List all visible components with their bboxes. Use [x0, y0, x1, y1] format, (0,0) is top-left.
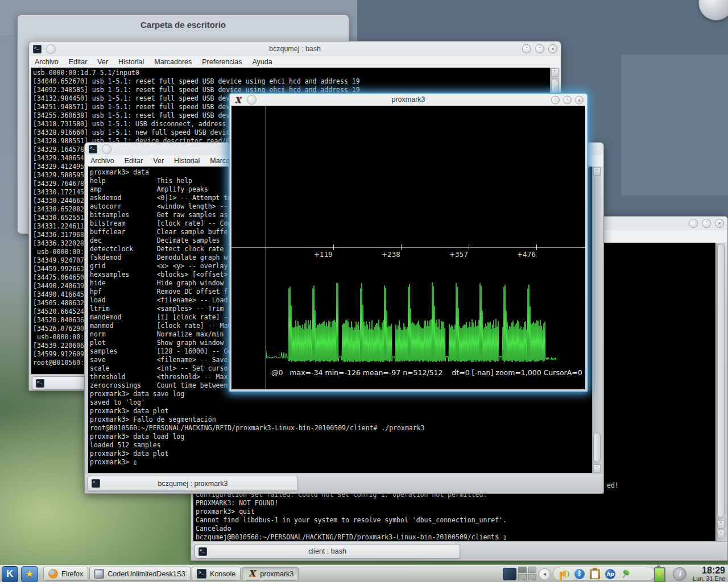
terminal-line-fragment: ed! — [607, 481, 619, 490]
x11-icon: X — [247, 569, 257, 579]
clock[interactable]: 18:29 Lun, 31 Ene — [693, 566, 725, 582]
scrollbar[interactable]: ˆ ˇ — [592, 167, 601, 473]
bluetooth-icon[interactable]: ᛒ — [574, 569, 585, 579]
monitor-icon — [94, 569, 104, 579]
battery-icon[interactable] — [654, 567, 665, 582]
taskbar-task-coderunlimiteddesk1s3[interactable]: CoderUnlimitedDesk1S3 — [89, 567, 191, 581]
menu-item-editar[interactable]: Editar — [64, 57, 93, 67]
hp-icon[interactable]: hp — [605, 569, 615, 579]
scroll-up-icon[interactable]: ˆ — [717, 520, 725, 529]
wallpaper-rect — [621, 55, 728, 196]
maximize-button[interactable]: ˆ — [563, 95, 572, 104]
scroll-down-icon[interactable]: ˇ — [593, 464, 601, 473]
signal-plot[interactable]: +119+238+357+476 @0 max=-34 min=-126 mea… — [231, 106, 585, 389]
taskbar-task-firefox[interactable]: Firefox — [43, 567, 88, 581]
terminal-line: [34040.652670] usb 1-5.1: reset full spe… — [33, 77, 550, 86]
taskbar-task-konsole[interactable]: Konsole — [192, 567, 241, 581]
konsole-icon — [36, 379, 44, 388]
scrollbar-thumb[interactable] — [593, 433, 601, 462]
window-title: proxmark3 — [230, 95, 587, 103]
titlebar[interactable]: proxmark3 X ˇ ˆ × — [230, 94, 587, 106]
pin-icon[interactable] — [618, 567, 632, 581]
menu-item-ayuda[interactable]: Ayuda — [247, 57, 277, 67]
titlebar[interactable]: bczqumej : bash ˇ ˆ × — [29, 41, 561, 56]
terminal-line: proxmark3> ▯ — [90, 458, 592, 467]
terminal-line: loaded 512 samples — [90, 441, 592, 450]
konsole-icon — [92, 479, 100, 488]
menu-item-editar[interactable]: Editar — [119, 156, 148, 166]
menu-item-ver[interactable]: Ver — [148, 156, 169, 166]
pager-desktop-4[interactable] — [528, 574, 536, 580]
desktop-preview-icon[interactable] — [503, 568, 516, 580]
systray-expander-icon[interactable]: ◂ — [539, 568, 551, 580]
favorites-star-icon[interactable]: ★ — [21, 566, 38, 582]
tab-label: bczqumej : proxmark3 — [158, 480, 228, 488]
axis-tick-label: +357 — [449, 251, 468, 259]
clock-date: Lun, 31 Ene — [693, 575, 725, 582]
tab-label: client : bash — [308, 547, 346, 555]
menu-item-ver[interactable]: Ver — [92, 57, 113, 67]
system-tray: ᛒ hp — [553, 567, 655, 581]
waveform-canvas — [231, 106, 585, 389]
terminal-line: Cancelado — [196, 525, 715, 533]
menu-item-marcadores[interactable]: Marcadores — [149, 57, 197, 67]
maximize-button[interactable]: ˆ — [702, 219, 711, 228]
menu-item-preferencias[interactable]: Preferencias — [197, 57, 247, 67]
axis-tick-label: +119 — [314, 251, 333, 259]
plot-status-text: @0 max=-34 min=-126 mean=-97 n=512/512 d… — [271, 368, 585, 377]
volume-icon[interactable] — [559, 569, 569, 579]
task-label: Firefox — [61, 570, 83, 578]
terminal-line: saved to 'log' — [90, 398, 592, 407]
maximize-button[interactable]: ˆ — [535, 44, 544, 53]
info-icon[interactable]: i — [673, 567, 686, 581]
folder-view-title: Carpeta de escritorio — [18, 20, 349, 30]
pager-desktop-3[interactable] — [518, 574, 527, 580]
konsole-icon — [33, 45, 42, 53]
desktop-pager — [518, 567, 536, 580]
scroll-up-icon[interactable]: ˆ — [593, 167, 601, 176]
signal-waveform — [266, 282, 556, 362]
menu-bar: ArchivoEditarVerHistorialMarcadoresPrefe… — [30, 56, 560, 68]
scrollbar-thumb[interactable] — [717, 244, 725, 518]
kmenu-button[interactable]: K — [2, 566, 18, 582]
close-button[interactable]: × — [715, 219, 724, 228]
taskbar-task-proxmark3[interactable]: Xproxmark3 — [242, 567, 299, 581]
minimize-button[interactable]: ˇ — [551, 95, 560, 104]
taskbar: K ★ FirefoxCoderUnlimitedDesk1S3KonsoleX… — [0, 564, 728, 582]
clock-time: 18:29 — [693, 566, 725, 575]
terminal-line: proxmark3> quit — [196, 508, 715, 516]
task-label: Konsole — [210, 570, 235, 578]
konsole-icon — [198, 547, 207, 556]
firefox-icon — [48, 569, 58, 579]
minimize-button[interactable]: ˇ — [689, 219, 698, 228]
minimize-button[interactable]: ˇ — [522, 44, 531, 53]
menu-item-archivo[interactable]: Archivo — [30, 57, 64, 67]
tab-client-bash[interactable]: client : bash — [195, 544, 460, 559]
close-button[interactable]: × — [575, 95, 584, 104]
terminal-line: bczqumej@B010560:~/PERSONAL/HACKING/RFID… — [196, 533, 715, 542]
pager-desktop-2[interactable] — [528, 567, 536, 573]
axis-tick-label: +238 — [382, 251, 400, 259]
klipper-icon[interactable] — [590, 569, 600, 579]
terminal-line: PROXMARK3: NOT FOUND! — [196, 499, 715, 508]
terminal-line: proxmark3> Fallo de segmentación — [90, 415, 592, 424]
scroll-down-icon[interactable]: ˇ — [717, 530, 725, 538]
pager-desktop-1[interactable] — [518, 567, 527, 573]
menu-item-historial[interactable]: Historial — [169, 156, 205, 166]
scrollbar[interactable]: ˆ ˇ — [716, 243, 725, 542]
close-button[interactable]: × — [548, 44, 557, 53]
x11-icon: X — [233, 95, 242, 105]
konsole-icon — [197, 569, 206, 579]
terminal-line: root@B010560:~/PERSONAL/HACKING/RFID/pro… — [90, 424, 592, 433]
scroll-up-icon[interactable]: ˆ — [551, 68, 559, 77]
tab-bar: bczqumej : proxmark3 — [85, 473, 603, 493]
terminal-line: Cannot find libdbus-1 in your system to … — [196, 516, 715, 525]
axis-tick-label: +476 — [517, 251, 536, 259]
menu-item-archivo[interactable]: Archivo — [85, 156, 119, 166]
task-label: proxmark3 — [260, 570, 293, 578]
menu-item-historial[interactable]: Historial — [113, 57, 149, 67]
terminal-line: proxmark3> data plot — [90, 450, 592, 458]
tab-proxmark[interactable]: bczqumej : proxmark3 — [88, 476, 298, 491]
konsole-icon — [89, 145, 97, 153]
terminal-line: proxmark3> data plot — [90, 407, 592, 415]
